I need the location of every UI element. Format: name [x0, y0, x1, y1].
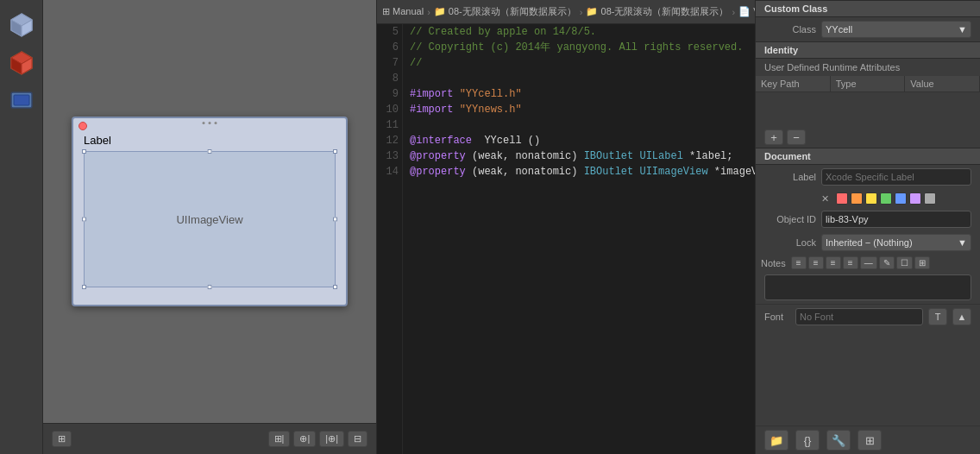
col-value: Value: [905, 76, 980, 91]
left-sidebar: [0, 0, 43, 454]
font-T-btn[interactable]: T: [928, 308, 947, 325]
code-line-5: // Created by apple on 14/8/5.: [410, 24, 748, 40]
table-empty-area: [756, 92, 980, 127]
class-dropdown[interactable]: YYcell ▼: [821, 21, 971, 38]
pin-btn[interactable]: ⊕|: [293, 431, 316, 447]
align-btn[interactable]: ⊞|: [268, 431, 291, 447]
font-stepper-up[interactable]: ▲: [952, 308, 971, 325]
toolbar-right: ⊞| ⊕| |⊕| ⊟: [268, 431, 368, 447]
bottom-icon-tools[interactable]: 🔧: [826, 430, 851, 451]
lock-row: Lock Inherited − (Nothing) ▼: [756, 230, 980, 255]
notes-align-right[interactable]: ≡: [826, 256, 841, 269]
notes-area: [764, 274, 971, 300]
code-lines[interactable]: // Created by apple on 14/8/5. // Copyri…: [403, 24, 755, 454]
code-area: ⊞ Manual › 📁 08-无限滚动（新闻数据展示） › 📁 08-无限滚动…: [376, 0, 756, 454]
code-line-11: [410, 117, 748, 133]
sidebar-icon-view[interactable]: [6, 85, 37, 116]
swatch-purple[interactable]: [909, 192, 921, 205]
close-swatch-btn[interactable]: ✕: [821, 193, 829, 205]
close-btn[interactable]: [79, 122, 87, 130]
color-row: ✕: [756, 189, 980, 208]
add-attribute-btn[interactable]: +: [764, 129, 783, 145]
notes-align-center[interactable]: ≡: [808, 256, 824, 269]
remove-attribute-btn[interactable]: −: [787, 129, 806, 145]
line-numbers: 5 6 7 8 9 10 11 12 13 14: [377, 24, 403, 454]
code-line-10: #import "YYnews.h": [410, 102, 748, 117]
bottom-icons-row: 📁 {} 🔧 ⊞: [756, 426, 980, 454]
breadcrumb-manual[interactable]: ⊞ Manual: [382, 6, 424, 17]
code-line-6: // Copyright (c) 2014年 yangyong. All rig…: [410, 40, 748, 55]
zoom-btn[interactable]: ⊞: [52, 431, 72, 447]
notes-separator: —: [860, 256, 877, 269]
document-header: Document: [756, 148, 980, 165]
right-panel: Custom Class Class YYcell ▼ Identity Use…: [756, 0, 980, 454]
code-line-12: @interface YYcell (): [410, 133, 748, 148]
identity-header: Identity: [756, 41, 980, 59]
sidebar-icon-cube[interactable]: [6, 9, 37, 40]
uiimageview-element[interactable]: UIImageView: [84, 151, 336, 287]
object-id-label: Object ID: [764, 214, 816, 224]
notes-align-justify[interactable]: ≡: [843, 256, 858, 269]
code-line-7: //: [410, 55, 748, 71]
doc-label-input[interactable]: [821, 168, 971, 186]
font-label: Font: [764, 312, 790, 322]
swatch-yellow[interactable]: [865, 192, 877, 205]
bottom-icon-code[interactable]: {}: [795, 430, 820, 451]
breadcrumb-view[interactable]: 📄 View: [738, 6, 755, 17]
code-line-9: #import "YYcell.h": [410, 86, 748, 102]
lock-label: Lock: [764, 237, 816, 248]
notes-edit[interactable]: ✎: [879, 256, 895, 269]
swatch-blue[interactable]: [895, 192, 907, 205]
class-control: YYcell ▼: [821, 21, 971, 38]
object-id-row: Object ID: [756, 208, 980, 230]
lock-dropdown[interactable]: Inherited − (Nothing) ▼: [821, 234, 971, 251]
font-section: Font T ▲: [756, 304, 980, 329]
bottom-icon-file[interactable]: 📁: [764, 430, 788, 451]
sidebar-icon-cube-red[interactable]: [6, 47, 37, 78]
code-line-14: @property (weak, nonatomic) IBOutlet UII…: [410, 164, 748, 180]
notes-table[interactable]: ⊞: [914, 256, 930, 269]
notes-label: Notes: [761, 258, 786, 268]
breadcrumb-bar: ⊞ Manual › 📁 08-无限滚动（新闻数据展示） › 📁 08-无限滚动…: [377, 0, 755, 24]
dots-top: [203, 122, 217, 124]
object-id-input[interactable]: [821, 211, 971, 228]
svg-rect-9: [14, 95, 29, 105]
canvas-area: Label UIImageView ⊞ ⊞| ⊕| |⊕| ⊟: [43, 0, 376, 454]
col-key-path: Key Path: [756, 76, 831, 91]
doc-label-row: Label: [756, 165, 980, 189]
swatch-orange[interactable]: [851, 192, 863, 205]
code-content: 5 6 7 8 9 10 11 12 13 14 // Created by a…: [377, 24, 755, 454]
color-swatches: [836, 192, 936, 205]
custom-class-header: Custom Class: [756, 0, 980, 17]
canvas-content: Label UIImageView: [43, 0, 376, 423]
font-input[interactable]: [795, 308, 923, 325]
resolve-btn[interactable]: |⊕|: [319, 431, 344, 447]
swatch-red[interactable]: [836, 192, 848, 205]
breadcrumb-folder1[interactable]: 📁 08-无限滚动（新闻数据展示）: [434, 5, 576, 18]
code-line-8: [410, 71, 748, 86]
class-label: Class: [764, 24, 816, 35]
add-remove-row: + −: [756, 127, 980, 148]
code-line-13: @property (weak, nonatomic) IBOutlet UIL…: [410, 148, 748, 164]
swatch-green[interactable]: [880, 192, 892, 205]
table-header: Key Path Type Value: [756, 76, 980, 92]
doc-label-label: Label: [764, 172, 816, 182]
canvas-toolbar: ⊞ ⊞| ⊕| |⊕| ⊟: [43, 423, 376, 454]
notes-toolbar: Notes ≡ ≡ ≡ ≡ — ✎ ☐ ⊞: [756, 255, 980, 271]
iphone-frame: Label UIImageView: [72, 117, 348, 306]
bottom-icon-grid[interactable]: ⊞: [858, 430, 882, 451]
col-type: Type: [831, 76, 906, 91]
notes-align-left[interactable]: ≡: [791, 256, 807, 269]
label-element: Label: [84, 134, 111, 147]
breadcrumb-folder2[interactable]: 📁 08-无限滚动（新闻数据展示）: [586, 5, 728, 18]
swatch-gray[interactable]: [924, 192, 936, 205]
notes-checkbox[interactable]: ☐: [896, 256, 913, 269]
user-defined-label: User Defined Runtime Attributes: [756, 59, 980, 76]
class-row: Class YYcell ▼: [756, 17, 980, 41]
issues-btn[interactable]: ⊟: [348, 431, 368, 447]
